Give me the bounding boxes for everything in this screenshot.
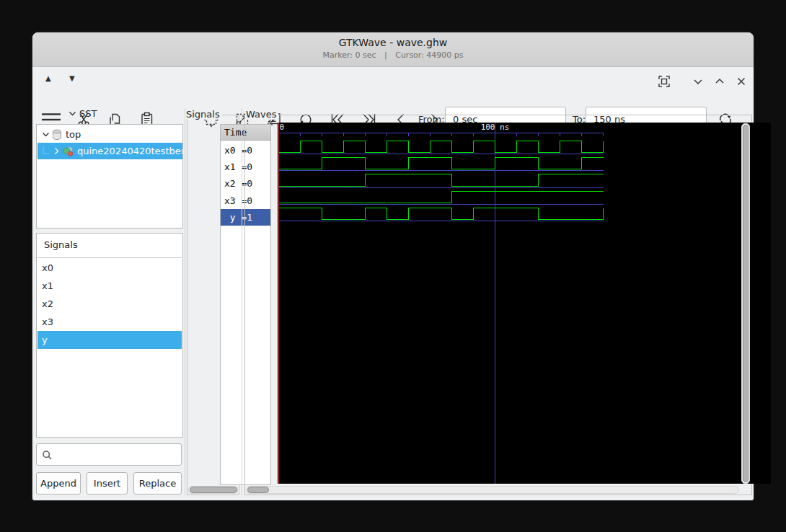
chevron-up-icon <box>712 74 727 89</box>
waves-hscrollbar-thumb[interactable] <box>247 487 269 493</box>
signal-list-title: Signals <box>44 239 78 250</box>
signal-search-box <box>36 443 182 466</box>
tree-item-label: top <box>66 129 81 140</box>
sst-expander[interactable]: SST <box>69 108 97 119</box>
waves-vscrollbar-thumb[interactable] <box>743 125 749 482</box>
tree-item-testbench[interactable]: quine20240420testbench <box>37 143 182 159</box>
keep-above-icon[interactable]: ▲ <box>45 74 51 83</box>
signal-list-item-x0[interactable]: x0 <box>37 259 182 277</box>
waves-hscrollbar-track[interactable] <box>246 486 739 494</box>
insert-button[interactable]: Insert <box>87 472 128 495</box>
marker-status: Marker: 0 sec <box>322 50 376 60</box>
names-hscrollbar-thumb[interactable] <box>190 487 237 493</box>
titlebar[interactable]: GTKWave - wave.ghw Marker: 0 sec | Curso… <box>32 32 754 67</box>
signal-list-item-x1[interactable]: x1 <box>37 277 182 295</box>
tree-item-label: quine20240420testbench <box>77 146 182 156</box>
expander-chevron-right-icon <box>53 147 61 155</box>
keep-below-icon[interactable]: ▼ <box>69 74 75 83</box>
expander-chevron-down-icon <box>42 130 50 138</box>
expander-chevron-down-icon <box>69 110 76 118</box>
signal-list-item-y[interactable]: y <box>37 331 182 349</box>
pane-divider[interactable] <box>242 108 242 495</box>
signal-search-panel: Signals x0 x1 x2 x3 y <box>36 233 183 438</box>
tree-guide-lines <box>43 147 50 156</box>
module-spheres-icon <box>63 146 74 157</box>
names-hscrollbar-track[interactable] <box>188 486 238 494</box>
chevron-down-icon <box>691 74 705 89</box>
window-title: GTKWave - wave.ghw <box>32 37 754 48</box>
maximize-button[interactable] <box>712 74 727 89</box>
window-subtitle: Marker: 0 sec | Cursor: 44900 ps <box>32 50 754 60</box>
append-button[interactable]: Append <box>36 472 81 495</box>
svg-text:100 ns: 100 ns <box>481 123 510 132</box>
waves-vscrollbar-track[interactable] <box>741 123 750 484</box>
divider <box>37 257 182 258</box>
sst-label: SST <box>79 108 97 119</box>
names-frame-label: Signals <box>185 109 222 120</box>
signal-list-item-x3[interactable]: x3 <box>37 313 182 331</box>
tree-item-top[interactable]: top <box>37 126 182 143</box>
replace-button[interactable]: Replace <box>133 472 182 495</box>
svg-text:0: 0 <box>280 123 285 132</box>
cursor-status: Cursor: 44900 ps <box>395 50 463 60</box>
gtkwave-window: GTKWave - wave.ghw Marker: 0 sec | Curso… <box>32 32 754 500</box>
hierarchy-cylinder-icon <box>52 129 62 141</box>
signal-list-item-x2[interactable]: x2 <box>37 295 182 313</box>
search-input[interactable] <box>54 445 180 466</box>
waves-frame-label: Waves <box>245 109 278 120</box>
fullscreen-icon <box>657 74 671 89</box>
minimize-button[interactable] <box>691 74 705 89</box>
wave-canvas[interactable]: 0100 ns <box>278 123 771 484</box>
sst-tree: top quine20240420testbench <box>36 124 183 229</box>
search-icon <box>42 450 53 461</box>
pane-divider[interactable] <box>185 108 185 495</box>
subtitle-separator: | <box>384 50 387 60</box>
close-icon <box>734 74 749 89</box>
fullscreen-button[interactable] <box>657 74 671 89</box>
close-button[interactable] <box>734 74 749 89</box>
